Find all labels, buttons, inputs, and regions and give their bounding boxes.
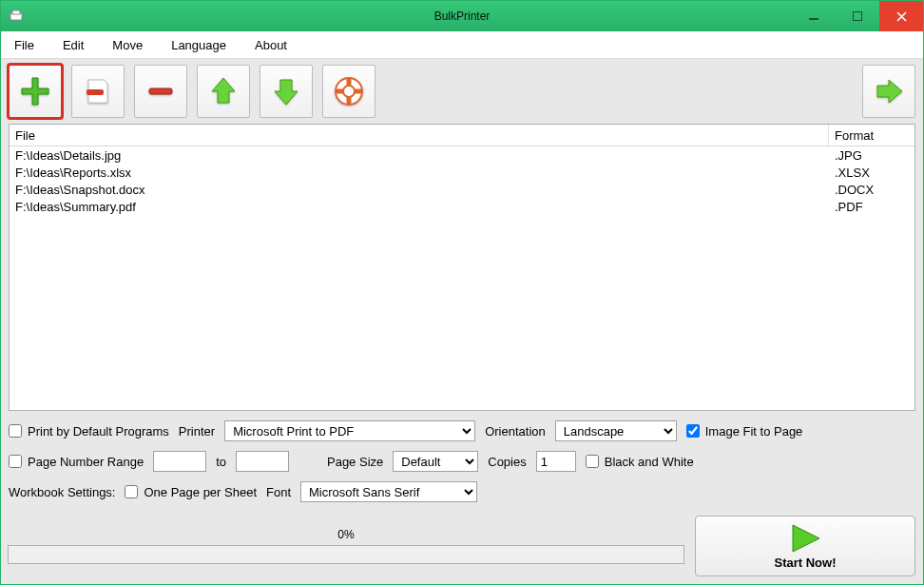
print-default-checkbox[interactable]: Print by Default Programs (9, 424, 169, 439)
remove-file-button[interactable] (71, 65, 125, 118)
cell-file: F:\Ideas\Summary.pdf (10, 200, 829, 214)
file-remove-icon (81, 74, 115, 108)
menu-about[interactable]: About (251, 36, 291, 54)
svg-point-7 (343, 86, 355, 97)
svg-rect-3 (853, 11, 862, 21)
lifebuoy-icon (332, 74, 366, 108)
copies-input[interactable] (536, 451, 576, 472)
maximize-button[interactable] (836, 1, 879, 31)
black-white-checkbox[interactable]: Black and White (586, 455, 694, 469)
image-fit-checkbox[interactable]: Image Fit to Page (686, 424, 803, 439)
toolbar (9, 65, 915, 118)
plus-icon (18, 74, 52, 108)
move-down-button[interactable] (260, 65, 313, 118)
page-range-to-label: to (216, 455, 226, 469)
list-body: F:\Ideas\Details.jpg .JPG F:\Ideas\Repor… (10, 146, 914, 410)
table-row[interactable]: F:\Ideas\Snapshot.docx .DOCX (10, 181, 914, 198)
menu-edit[interactable]: Edit (59, 36, 87, 54)
minimize-button[interactable] (792, 1, 836, 31)
add-file-button[interactable] (9, 65, 62, 118)
close-button[interactable] (879, 1, 923, 31)
black-white-label: Black and White (605, 455, 694, 469)
arrow-up-icon (206, 74, 241, 108)
font-label: Font (266, 485, 291, 499)
image-fit-input[interactable] (686, 424, 700, 438)
printer-select[interactable]: Microsoft Print to PDF (224, 420, 475, 441)
settings-panel: Print by Default Programs Printer Micros… (9, 420, 915, 576)
font-select[interactable]: Microsoft Sans Serif (300, 481, 477, 502)
table-row[interactable]: F:\Ideas\Reports.xlsx .XLSX (10, 164, 914, 181)
app-window: BulkPrinter File Edit Move Language Abou… (0, 0, 924, 585)
menu-language[interactable]: Language (167, 36, 230, 54)
page-range-label: Page Number Range (28, 455, 144, 469)
menu-file[interactable]: File (10, 36, 38, 54)
progress-bar (8, 545, 684, 564)
svg-rect-4 (87, 89, 104, 95)
menu-move[interactable]: Move (108, 36, 146, 54)
app-icon (9, 9, 24, 24)
page-range-to[interactable] (236, 451, 289, 472)
orientation-label: Orientation (485, 424, 546, 439)
menubar: File Edit Move Language About (1, 31, 923, 59)
minus-icon (144, 74, 178, 108)
page-range-checkbox[interactable]: Page Number Range (9, 455, 144, 469)
print-default-label: Print by Default Programs (28, 424, 169, 439)
page-range-input[interactable] (9, 455, 22, 468)
copies-label: Copies (488, 455, 526, 469)
one-page-input[interactable] (125, 485, 138, 498)
window-title: BulkPrinter (1, 10, 923, 23)
cell-file: F:\Ideas\Details.jpg (10, 148, 829, 163)
content-area: File Format F:\Ideas\Details.jpg .JPG F:… (1, 59, 923, 584)
svg-rect-5 (149, 88, 172, 94)
arrow-right-icon (872, 74, 906, 108)
svg-rect-2 (809, 18, 818, 20)
cell-file: F:\Ideas\Reports.xlsx (10, 166, 829, 180)
play-icon (787, 523, 823, 554)
page-range-from[interactable] (153, 451, 206, 472)
image-fit-label: Image Fit to Page (705, 424, 803, 439)
table-row[interactable]: F:\Ideas\Details.jpg .JPG (10, 146, 914, 164)
start-button[interactable]: Start Now! (695, 516, 915, 576)
svg-rect-1 (12, 10, 20, 14)
column-file[interactable]: File (10, 125, 829, 146)
cell-format: .DOCX (829, 183, 914, 197)
orientation-select[interactable]: Landscape (555, 420, 677, 441)
start-label: Start Now! (775, 556, 837, 570)
move-up-button[interactable] (197, 65, 250, 118)
one-page-label: One Page per Sheet (144, 485, 257, 499)
remove-button[interactable] (134, 65, 187, 118)
cell-format: .XLSX (829, 166, 914, 180)
progress-area: 0% (9, 528, 683, 564)
next-button[interactable] (862, 65, 915, 118)
page-size-select[interactable]: Default (393, 451, 478, 472)
table-row[interactable]: F:\Ideas\Summary.pdf .PDF (10, 198, 914, 215)
window-controls (792, 1, 923, 31)
page-size-label: Page Size (327, 455, 383, 469)
progress-percent: 0% (337, 528, 354, 541)
cell-format: .PDF (829, 200, 914, 214)
list-header: File Format (10, 125, 914, 146)
cell-format: .JPG (829, 148, 914, 163)
print-default-input[interactable] (9, 424, 22, 438)
help-button[interactable] (322, 65, 375, 118)
cell-file: F:\Ideas\Snapshot.docx (10, 183, 829, 197)
one-page-checkbox[interactable]: One Page per Sheet (125, 485, 257, 499)
titlebar: BulkPrinter (1, 1, 923, 31)
black-white-input[interactable] (586, 455, 599, 468)
file-list[interactable]: File Format F:\Ideas\Details.jpg .JPG F:… (9, 124, 915, 411)
arrow-down-icon (269, 74, 303, 108)
workbook-settings-label: Workbook Settings: (9, 485, 115, 499)
printer-label: Printer (179, 424, 215, 439)
column-format[interactable]: Format (829, 125, 914, 146)
